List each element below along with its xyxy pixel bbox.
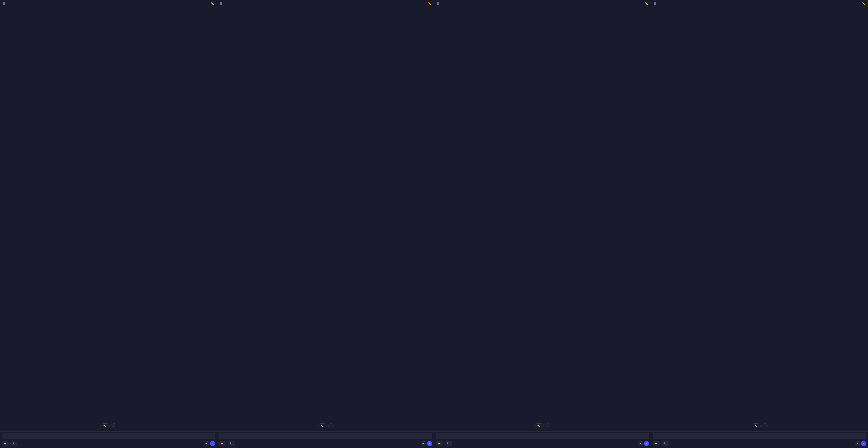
chat-panel-4: ☰ ✏️ ✏️ ↓ 🧠 🔍 +: [651, 0, 868, 448]
panel-content-2: [217, 7, 434, 431]
panel-content-1: [0, 7, 217, 431]
chat-panel-2: ☰ ✏️ ✏️ ↓ 🧠 🔍 +: [217, 0, 434, 448]
header-right-3: ✏️: [645, 2, 648, 6]
new-chat-icon-btn-3: ✏️: [537, 425, 540, 427]
search-icon-1: 🔍: [12, 442, 15, 445]
panel-content-3: [434, 7, 651, 431]
header-left-3: ☰: [437, 2, 439, 6]
new-chat-overlay-3: ✏️ ↓: [534, 423, 551, 428]
panel-header-3: ☰ ✏️: [434, 0, 651, 7]
scroll-down-button-3[interactable]: ↓: [545, 423, 551, 428]
menu-icon[interactable]: ☰: [2, 2, 5, 6]
send-button-1[interactable]: ↑: [210, 441, 215, 446]
attach-button-2[interactable]: +: [421, 441, 426, 446]
header-left-1: ☰: [2, 2, 5, 6]
toolbar-right-4: + ↑: [855, 441, 866, 446]
deepthink-button-4[interactable]: 🧠: [653, 441, 660, 446]
input-area-3: 🧠 🔍 + ↑: [434, 431, 651, 448]
header-right-1: ✏️: [211, 2, 214, 6]
search-button-2[interactable]: 🔍: [227, 441, 235, 446]
search-button-4[interactable]: 🔍: [661, 441, 669, 446]
header-left-2: ☰: [220, 2, 222, 6]
deepthink-icon-4: 🧠: [655, 442, 657, 445]
header-right-2: ✏️: [428, 2, 432, 6]
new-chat-button-2[interactable]: ✏️: [317, 423, 327, 428]
attach-button-3[interactable]: +: [638, 441, 643, 446]
send-button-4[interactable]: ↑: [861, 441, 866, 446]
search-icon-4: 🔍: [663, 442, 666, 445]
search-button-3[interactable]: 🔍: [445, 441, 452, 446]
toolbar-right-2: + ↑: [421, 441, 432, 446]
scroll-down-button-2[interactable]: ↓: [328, 423, 334, 428]
message-input-1[interactable]: [2, 433, 215, 440]
toolbar-left-3: 🧠 🔍: [436, 441, 452, 446]
new-chat-icon-2[interactable]: ✏️: [428, 2, 432, 6]
input-area-4: 🧠 🔍 + ↑: [651, 431, 868, 448]
toolbar-left-1: 🧠 🔍: [2, 441, 18, 446]
attach-button-1[interactable]: +: [204, 441, 209, 446]
input-area-1: 🧠 🔍 + ↑: [0, 431, 217, 448]
input-toolbar-4: 🧠 🔍 + ↑: [653, 441, 866, 446]
new-chat-overlay-1: ✏️ ↓: [100, 423, 117, 428]
new-chat-overlay-4: ✏️ ↓: [751, 423, 768, 428]
message-input-3[interactable]: [436, 433, 649, 440]
panel-header-1: ☰ ✏️: [0, 0, 217, 7]
deepthink-button-2[interactable]: 🧠: [219, 441, 226, 446]
new-chat-button-1[interactable]: ✏️: [100, 423, 110, 428]
toolbar-right-3: + ↑: [638, 441, 649, 446]
deepthink-button-3[interactable]: 🧠: [436, 441, 443, 446]
header-left-4: ☰: [654, 2, 656, 6]
menu-icon-3[interactable]: ☰: [437, 2, 439, 6]
deepthink-icon-2: 🧠: [221, 442, 223, 445]
toolbar-left-4: 🧠 🔍: [653, 441, 669, 446]
toolbar-right-1: + ↑: [204, 441, 215, 446]
header-right-4: ✏️: [862, 2, 866, 6]
send-button-2[interactable]: ↑: [427, 441, 432, 446]
attach-button-4[interactable]: +: [855, 441, 860, 446]
input-area-2: 🧠 🔍 + ↑: [217, 431, 434, 448]
message-input-4[interactable]: [653, 433, 866, 440]
input-toolbar-2: 🧠 🔍 + ↑: [219, 441, 432, 446]
new-chat-icon-3[interactable]: ✏️: [645, 2, 648, 6]
message-input-2[interactable]: [219, 433, 432, 440]
send-button-3[interactable]: ↑: [644, 441, 649, 446]
scroll-down-button-4[interactable]: ↓: [762, 423, 768, 428]
scroll-down-button-1[interactable]: ↓: [111, 423, 117, 428]
menu-icon-2[interactable]: ☰: [220, 2, 222, 6]
deepthink-icon-1: 🧠: [4, 442, 6, 445]
input-toolbar-3: 🧠 🔍 + ↑: [436, 441, 649, 446]
new-chat-icon-btn-2: ✏️: [320, 425, 323, 427]
menu-icon-4[interactable]: ☰: [654, 2, 656, 6]
chat-panel-3: ☰ ✏️ ✏️ ↓ 🧠 🔍 +: [434, 0, 651, 448]
search-icon-2: 🔍: [229, 442, 232, 445]
search-icon-3: 🔍: [446, 442, 449, 445]
new-chat-button-4[interactable]: ✏️: [751, 423, 761, 428]
panel-header-2: ☰ ✏️: [217, 0, 434, 7]
new-chat-button-3[interactable]: ✏️: [534, 423, 544, 428]
new-chat-overlay-2: ✏️ ↓: [317, 423, 334, 428]
new-chat-icon-btn-4: ✏️: [754, 425, 757, 427]
panel-content-4: [651, 7, 868, 431]
deepthink-icon-3: 🧠: [438, 442, 440, 445]
chat-panel-1: ☰ ✏️ ✏️ ↓ 🧠 🔍: [0, 0, 217, 448]
new-chat-icon-4[interactable]: ✏️: [862, 2, 866, 6]
input-toolbar-1: 🧠 🔍 + ↑: [2, 441, 215, 446]
deepthink-button-1[interactable]: 🧠: [2, 441, 9, 446]
new-chat-icon[interactable]: ✏️: [211, 2, 214, 6]
search-button-1[interactable]: 🔍: [10, 441, 18, 446]
toolbar-left-2: 🧠 🔍: [219, 441, 235, 446]
panel-header-4: ☰ ✏️: [651, 0, 868, 7]
new-chat-icon-1: ✏️: [103, 425, 106, 427]
